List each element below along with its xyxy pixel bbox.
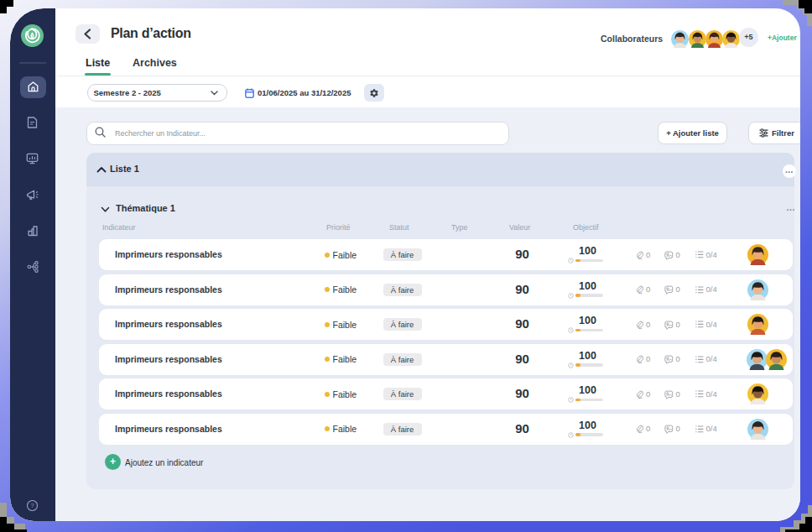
svg-text:?: ? (30, 502, 34, 509)
